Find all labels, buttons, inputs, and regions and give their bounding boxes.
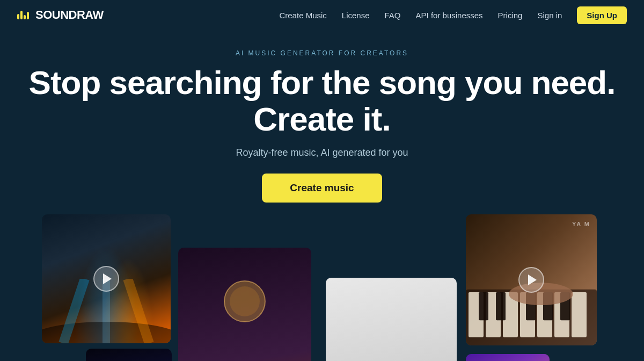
hero-title-line2: Create it.: [253, 100, 390, 138]
thumb-tropical-bg: [466, 354, 550, 361]
svg-rect-21: [496, 292, 506, 320]
nav-pricing[interactable]: Pricing: [498, 11, 523, 20]
navbar: SOUNDRAW Create Music License FAQ API fo…: [0, 0, 644, 30]
nav-create-music[interactable]: Create Music: [279, 11, 326, 20]
thumb-disco-bg: [178, 248, 311, 361]
nav-faq[interactable]: FAQ: [385, 11, 401, 20]
hero-section: AI MUSIC GENERATOR FOR CREATORS Stop sea…: [0, 30, 644, 220]
hero-cta-button[interactable]: Create music: [262, 174, 382, 203]
logo-text: SOUNDRAW: [35, 8, 104, 22]
hero-subtitle: Royalty-free music, AI generated for you: [0, 147, 644, 158]
thumb-city-bg: [86, 349, 172, 361]
disco-ball-svg: [223, 280, 266, 323]
logo-icon: [17, 11, 29, 19]
hero-title-line1: Stop searching for the song you need.: [29, 64, 616, 101]
nav-links: Create Music License FAQ API for busines…: [279, 6, 627, 24]
nav-license[interactable]: License: [342, 11, 370, 20]
thumb-piano: YA M: [466, 214, 597, 345]
thumb-city: [86, 349, 172, 361]
sky-overlay: [466, 354, 550, 361]
thumb-concert: [42, 214, 171, 343]
thumb-dancer-bg: [326, 278, 457, 361]
nav-api[interactable]: API for businesses: [416, 11, 483, 20]
piano-brand: YA M: [572, 221, 590, 227]
svg-rect-19: [572, 292, 587, 337]
thumb-dancer: [326, 278, 457, 361]
logo[interactable]: SOUNDRAW: [17, 8, 104, 22]
nav-signup-button[interactable]: Sign Up: [577, 6, 627, 24]
image-grid: YA M: [0, 214, 644, 361]
svg-rect-20: [479, 292, 488, 320]
thumb-tropical: [466, 354, 550, 361]
thumb-disco-woman: [178, 248, 311, 361]
hero-title: Stop searching for the song you need. Cr…: [0, 64, 644, 138]
nav-signin[interactable]: Sign in: [537, 11, 562, 20]
hero-tagline: AI MUSIC GENERATOR FOR CREATORS: [0, 49, 644, 57]
svg-point-5: [230, 286, 260, 316]
